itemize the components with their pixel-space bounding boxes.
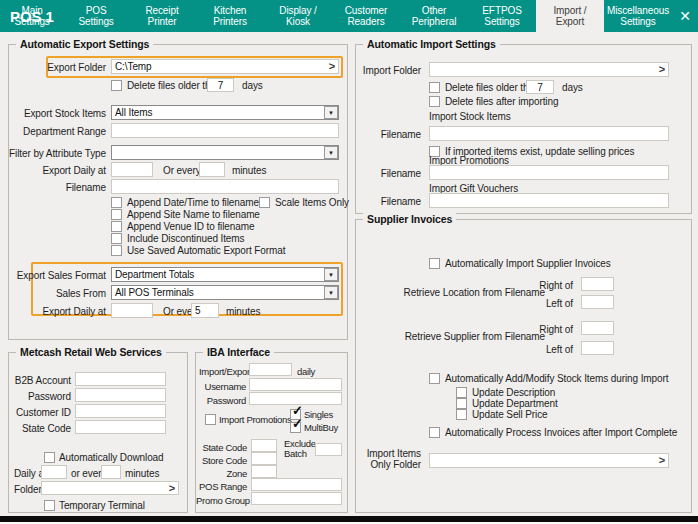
supplier-right-of-input[interactable] (581, 321, 614, 335)
username-input[interactable] (249, 378, 342, 391)
delete-files-older-checkbox[interactable] (429, 82, 440, 93)
pos-range-input[interactable] (251, 478, 342, 491)
folder-field[interactable]: > (41, 481, 179, 495)
delete-after-import-checkbox[interactable] (429, 96, 440, 107)
update-sell-price-checkbox[interactable] (456, 409, 467, 420)
promotions-filename-input[interactable] (429, 165, 669, 180)
title-bar: POS 1 Main Settings POS Settings Receipt… (0, 0, 698, 32)
sales-from-dropdown[interactable]: All POS Terminals ▼ (111, 285, 339, 300)
department-range-label: Department Range (9, 126, 106, 137)
location-left-of-input[interactable] (581, 295, 614, 309)
export-stock-items-dropdown[interactable]: All Items ▼ (111, 105, 339, 120)
update-department-checkbox[interactable] (456, 398, 467, 409)
panel-title: Supplier Invoices (363, 213, 456, 225)
tab-bar: Main Settings POS Settings Receipt Print… (0, 0, 672, 32)
tab-pos-settings[interactable]: POS Settings (64, 0, 128, 32)
checkmark-icon: ✓ (292, 417, 303, 430)
panel-title: Metcash Retail Web Services (16, 346, 166, 358)
tab-display-kiosk[interactable]: Display / Kiosk (264, 0, 332, 32)
export-folder-field[interactable]: C:\Temp > (111, 59, 339, 74)
temporary-terminal-checkbox[interactable] (44, 500, 55, 511)
export-stock-items-label: Export Stock Items (9, 108, 106, 119)
tab-main-settings[interactable]: Main Settings (0, 0, 64, 32)
stock-filename-input[interactable] (429, 126, 669, 141)
browse-folder-button[interactable]: > (329, 61, 335, 72)
export-every-minutes-input[interactable] (199, 162, 225, 177)
state-code-input[interactable] (251, 439, 277, 452)
update-sell-price-label: Update Sell Price (472, 409, 548, 420)
tab-eftpos-settings[interactable]: EFTPOS Settings (468, 0, 536, 32)
import-items-only-folder-field[interactable]: > (429, 453, 669, 468)
include-discontinued-checkbox[interactable] (111, 233, 122, 244)
import-export-input[interactable] (249, 363, 292, 376)
exclude-batch-input[interactable] (315, 443, 342, 456)
tab-receipt-printer[interactable]: Receipt Printer (128, 0, 196, 32)
browse-folder-button[interactable]: > (169, 483, 175, 494)
daily-at-input[interactable] (41, 465, 67, 479)
multibuy-checkbox[interactable]: ✓ (290, 422, 301, 433)
update-description-checkbox[interactable] (456, 387, 467, 398)
auto-import-supplier-invoices-checkbox[interactable] (429, 258, 440, 269)
vouchers-filename-label: Filename (356, 196, 421, 207)
every-minutes-input[interactable] (101, 465, 121, 479)
password-label: Password (9, 391, 71, 402)
export-sales-format-dropdown[interactable]: Department Totals ▼ (111, 267, 339, 282)
multibuy-label: MultiBuy (304, 422, 338, 433)
append-venue-id-checkbox[interactable] (111, 221, 122, 232)
vouchers-filename-input[interactable] (429, 193, 669, 208)
filter-attribute-dropdown[interactable]: ▼ (111, 145, 339, 160)
pos-settings-window: POS 1 Main Settings POS Settings Receipt… (0, 0, 698, 524)
auto-process-invoices-checkbox[interactable] (429, 427, 440, 438)
tab-kitchen-printers[interactable]: Kitchen Printers (196, 0, 264, 32)
browse-folder-button[interactable]: > (659, 455, 665, 466)
sales-every-minutes-input[interactable]: 5 (191, 303, 219, 318)
dropdown-arrow-icon[interactable]: ▼ (324, 268, 338, 281)
scale-items-only-checkbox[interactable] (259, 197, 270, 208)
append-datetime-checkbox[interactable] (111, 197, 122, 208)
auto-add-modify-checkbox[interactable] (429, 373, 440, 384)
auto-download-checkbox[interactable] (44, 452, 55, 463)
browse-folder-button[interactable]: > (659, 64, 665, 75)
promo-group-input[interactable] (251, 492, 342, 505)
sales-export-daily-time-input[interactable] (111, 303, 153, 318)
iba-interface-panel: IBA Interface Import/Export daily Userna… (195, 352, 348, 513)
store-code-input[interactable] (251, 452, 277, 465)
export-daily-time-input[interactable] (111, 162, 153, 177)
use-saved-format-checkbox[interactable] (111, 245, 122, 256)
import-items-only-folder-label: Import Items Only Folder (356, 448, 421, 470)
b2b-account-input[interactable] (75, 372, 166, 386)
state-code-input[interactable] (75, 420, 166, 434)
delete-days-input[interactable]: 7 (526, 80, 554, 94)
daily-label: daily (297, 366, 315, 377)
use-saved-format-label: Use Saved Automatic Export Format (127, 245, 285, 256)
store-code-label: Store Code (196, 455, 247, 466)
retrieve-location-label: Retrieve Location from Filename (356, 287, 545, 298)
tab-miscellaneous-settings[interactable]: Miscellaneous Settings (604, 0, 672, 32)
department-range-input[interactable] (111, 123, 339, 138)
export-folder-label: Export Folder (9, 62, 106, 73)
dropdown-arrow-icon[interactable]: ▼ (324, 286, 338, 299)
import-promotions-checkbox[interactable] (205, 414, 216, 425)
zone-input[interactable] (251, 465, 277, 478)
auto-process-invoices-label: Automatically Process Invoices after Imp… (445, 427, 677, 438)
tab-customer-readers[interactable]: Customer Readers (332, 0, 400, 32)
automatic-export-settings-panel: Automatic Export Settings Export Folder … (8, 44, 348, 340)
customer-id-input[interactable] (75, 404, 166, 418)
location-right-of-input[interactable] (581, 277, 614, 291)
delete-files-older-checkbox[interactable] (111, 80, 122, 91)
password-label: Password (196, 395, 246, 406)
password-input[interactable] (75, 388, 166, 402)
dropdown-arrow-icon[interactable]: ▼ (324, 106, 338, 119)
export-folder-value: C:\Temp (115, 61, 152, 72)
tab-other-peripheral[interactable]: Other Peripheral (400, 0, 468, 32)
supplier-left-of-input[interactable] (581, 341, 614, 355)
retrieve-supplier-label: Retrieve Supplier from Filename (356, 331, 545, 342)
promotions-filename-label: Filename (356, 168, 421, 179)
close-icon[interactable]: ✕ (672, 0, 698, 32)
append-site-name-checkbox[interactable] (111, 209, 122, 220)
tab-import-export[interactable]: Import / Export (536, 0, 604, 32)
dropdown-arrow-icon[interactable]: ▼ (324, 146, 338, 159)
delete-days-input[interactable]: 7 (207, 78, 234, 92)
import-folder-field[interactable]: > (429, 62, 669, 77)
export-filename-input[interactable] (111, 179, 339, 194)
